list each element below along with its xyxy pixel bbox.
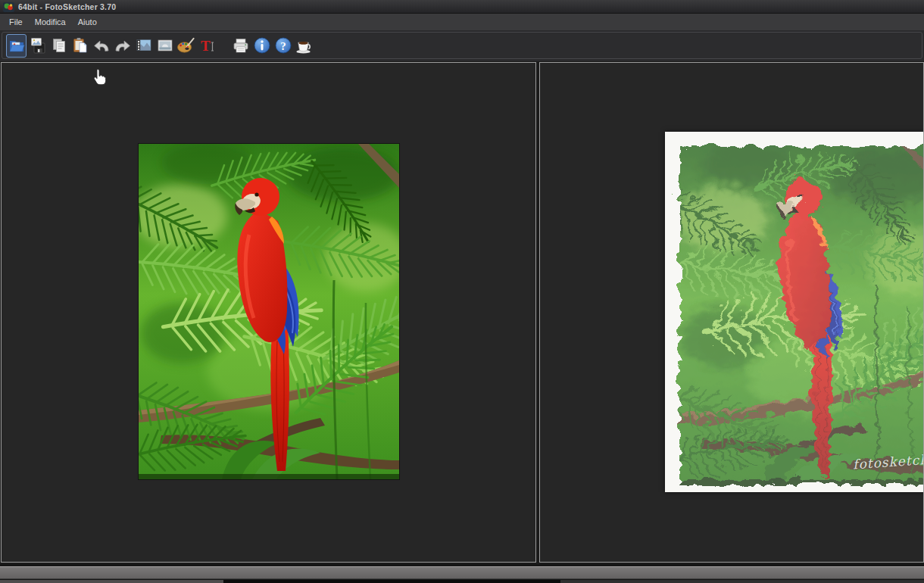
filmstrip-photo-icon xyxy=(135,36,153,55)
hand-cursor xyxy=(92,68,107,86)
info-circle-icon xyxy=(253,36,271,55)
undo-arrow-icon xyxy=(92,36,111,55)
status-area xyxy=(0,564,924,583)
app-logo-icon xyxy=(3,2,14,11)
menu-modifica[interactable]: Modifica xyxy=(29,15,72,29)
text-t-icon: T xyxy=(198,36,217,55)
result-image-panel: fotosketcher xyxy=(539,62,924,563)
save-image-button[interactable] xyxy=(27,34,48,58)
bottom-edge-segment xyxy=(560,580,924,583)
toolbar: T xyxy=(2,32,922,59)
bottom-edge-segment xyxy=(223,580,560,583)
status-bar xyxy=(0,566,924,579)
printer-icon xyxy=(232,36,250,55)
paste-button[interactable] xyxy=(70,34,90,58)
redo-button[interactable] xyxy=(112,34,133,58)
original-image-panel xyxy=(1,62,536,563)
paint-palette-icon xyxy=(176,36,195,55)
undo-button[interactable] xyxy=(91,34,111,58)
menu-file[interactable]: File xyxy=(3,15,29,29)
title-bar[interactable]: 64bit - FotoSketcher 3.70 xyxy=(0,0,924,14)
toolbar-strip: T xyxy=(0,30,924,61)
about-button[interactable] xyxy=(251,34,272,58)
coffee-cup-icon xyxy=(295,36,314,55)
print-button[interactable] xyxy=(230,34,251,58)
bottom-edge-segment xyxy=(0,580,223,583)
window-title: 64bit - FotoSketcher 3.70 xyxy=(18,2,116,11)
add-text-button[interactable]: T xyxy=(197,34,217,58)
copy-documents-icon xyxy=(50,36,68,55)
original-image xyxy=(139,144,399,479)
folder-image-icon xyxy=(8,36,26,55)
view-image-button[interactable] xyxy=(155,34,175,58)
svg-text:?: ? xyxy=(280,40,286,52)
batch-process-button[interactable] xyxy=(133,34,154,58)
donate-button[interactable] xyxy=(294,34,314,58)
svg-text:T: T xyxy=(201,38,211,54)
question-circle-icon: ? xyxy=(274,36,292,55)
floppy-save-icon xyxy=(29,36,47,55)
painted-image: fotosketcher xyxy=(665,132,924,492)
menu-aiuto[interactable]: Aiuto xyxy=(72,15,103,29)
clipboard-paste-icon xyxy=(71,36,89,55)
open-image-button[interactable] xyxy=(6,34,27,58)
drawing-parameters-button[interactable] xyxy=(176,34,196,58)
workspace: fotosketcher xyxy=(0,61,924,564)
menu-bar: File Modifica Aiuto xyxy=(0,14,924,30)
bottom-edge xyxy=(0,580,924,583)
photo-frame-icon xyxy=(156,36,174,55)
help-button[interactable]: ? xyxy=(273,34,293,58)
copy-button[interactable] xyxy=(48,34,69,58)
redo-arrow-icon xyxy=(114,36,132,55)
fotosketcher-window: 64bit - FotoSketcher 3.70 File Modifica … xyxy=(0,0,924,583)
